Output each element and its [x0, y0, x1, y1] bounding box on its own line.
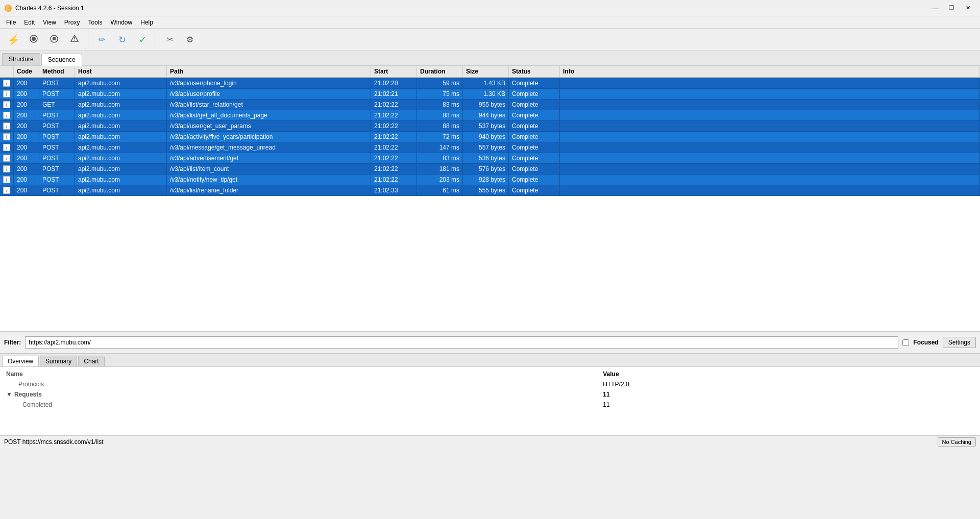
menu-file[interactable]: File: [2, 18, 20, 27]
menu-help[interactable]: Help: [136, 18, 157, 27]
tools-icon: ✂: [166, 35, 173, 44]
tools-button[interactable]: ✂: [160, 31, 179, 49]
row-icon-cell: i: [0, 110, 14, 121]
row-path: /v3/api/activity/five_years/participatio…: [167, 132, 371, 142]
header-path[interactable]: Path: [167, 66, 371, 78]
row-start: 21:02:22: [371, 121, 417, 132]
row-path: /v3/api/advertisement/get: [167, 153, 371, 164]
requests-expand-icon[interactable]: ▼: [6, 391, 12, 398]
bottom-tabs: Overview Summary Chart: [0, 354, 980, 367]
row-icon-cell: i: [0, 89, 14, 100]
requests-table: Code Method Host Path Start Duration Siz…: [0, 66, 980, 196]
bottom-content: Name Value Protocols HTTP/2.0 ▼Requests …: [0, 367, 980, 435]
stop-button[interactable]: [45, 31, 63, 49]
settings-button[interactable]: ⚙: [181, 31, 199, 49]
overview-completed-value: 11: [599, 400, 978, 410]
check-icon: ✓: [139, 34, 146, 45]
row-status: Complete: [509, 153, 560, 164]
row-host: api2.mubu.com: [75, 121, 167, 132]
focused-checkbox[interactable]: [902, 339, 909, 346]
row-start: 21:02:22: [371, 142, 417, 153]
window-controls: — ❐ ✕: [927, 3, 976, 13]
statusbar: POST https://mcs.snssdk.com/v1/list No C…: [0, 435, 980, 448]
tab-summary[interactable]: Summary: [40, 356, 77, 366]
svg-text:C: C: [6, 6, 10, 11]
row-type-icon: i: [3, 122, 10, 130]
row-size: 576 bytes: [463, 164, 509, 175]
refresh-button[interactable]: ↻: [113, 31, 131, 49]
row-info: [560, 175, 980, 185]
row-code: 200: [14, 142, 39, 153]
table-row[interactable]: i200POSTapi2.mubu.com/v3/api/list/get_al…: [0, 110, 980, 121]
menu-view[interactable]: View: [39, 18, 60, 27]
row-code: 200: [14, 132, 39, 142]
table-row[interactable]: i200POSTapi2.mubu.com/v3/api/list/rename…: [0, 185, 980, 196]
filter-input[interactable]: [25, 336, 898, 349]
row-size: 1.30 KB: [463, 89, 509, 100]
row-path: /v3/api/notify/new_tip/get: [167, 175, 371, 185]
table-row[interactable]: i200POSTapi2.mubu.com/v3/api/list/item_c…: [0, 164, 980, 175]
table-row[interactable]: i200POSTapi2.mubu.com/v3/api/message/get…: [0, 142, 980, 153]
close-button[interactable]: ✕: [960, 3, 976, 13]
menu-edit[interactable]: Edit: [20, 18, 39, 27]
app-icon: C: [4, 4, 12, 12]
maximize-button[interactable]: ❐: [943, 3, 960, 13]
header-start[interactable]: Start: [371, 66, 417, 78]
row-method: POST: [39, 175, 75, 185]
header-host[interactable]: Host: [75, 66, 167, 78]
settings-filter-button[interactable]: Settings: [943, 337, 976, 348]
row-size: 537 bytes: [463, 121, 509, 132]
row-info: [560, 78, 980, 89]
overview-row-protocols: Protocols HTTP/2.0: [2, 379, 978, 389]
menu-proxy[interactable]: Proxy: [60, 18, 84, 27]
table-row[interactable]: i200POSTapi2.mubu.com/v3/api/user/get_us…: [0, 121, 980, 132]
row-host: api2.mubu.com: [75, 100, 167, 110]
filter-bar: Filter: Focused Settings: [0, 331, 980, 354]
overview-protocols-value: HTTP/2.0: [599, 379, 978, 389]
row-code: 200: [14, 164, 39, 175]
tab-sequence[interactable]: Sequence: [41, 54, 82, 66]
table-row[interactable]: i200POSTapi2.mubu.com/v3/api/notify/new_…: [0, 175, 980, 185]
check-button[interactable]: ✓: [133, 31, 152, 49]
overview-requests-name: ▼Requests: [2, 389, 599, 400]
header-duration[interactable]: Duration: [417, 66, 463, 78]
row-info: [560, 100, 980, 110]
header-status[interactable]: Status: [509, 66, 560, 78]
svg-point-3: [32, 37, 36, 41]
table-row[interactable]: i200POSTapi2.mubu.com/v3/api/activity/fi…: [0, 132, 980, 142]
header-info[interactable]: Info: [560, 66, 980, 78]
header-method[interactable]: Method: [39, 66, 75, 78]
tab-overview[interactable]: Overview: [2, 356, 39, 366]
table-body: i200POSTapi2.mubu.com/v3/api/user/phone_…: [0, 78, 980, 196]
throttle-button[interactable]: [65, 31, 84, 49]
row-path: /v3/api/message/get_message_unread: [167, 142, 371, 153]
row-code: 200: [14, 89, 39, 100]
table-row[interactable]: i200POSTapi2.mubu.com/v3/api/user/phone_…: [0, 78, 980, 89]
menu-window[interactable]: Window: [107, 18, 137, 27]
requests-table-container[interactable]: Code Method Host Path Start Duration Siz…: [0, 66, 980, 331]
row-size: 955 bytes: [463, 100, 509, 110]
minimize-button[interactable]: —: [927, 3, 943, 13]
no-caching-button[interactable]: No Caching: [938, 437, 976, 447]
stop-icon: [50, 34, 59, 45]
tab-chart[interactable]: Chart: [78, 356, 104, 366]
tab-structure[interactable]: Structure: [2, 53, 40, 65]
pen-button[interactable]: ✏: [92, 31, 111, 49]
focused-label[interactable]: Focused: [913, 339, 938, 346]
overview-name-header: Name: [2, 369, 599, 379]
header-code[interactable]: Code: [14, 66, 39, 78]
row-duration: 75 ms: [417, 89, 463, 100]
record-icon: [29, 34, 38, 45]
record-button[interactable]: [24, 31, 43, 49]
table-row[interactable]: i200POSTapi2.mubu.com/v3/api/user/profil…: [0, 89, 980, 100]
table-row[interactable]: i200POSTapi2.mubu.com/v3/api/advertiseme…: [0, 153, 980, 164]
row-status: Complete: [509, 132, 560, 142]
row-path: /v3/api/user/profile: [167, 89, 371, 100]
toolbar-separator-2: [156, 33, 156, 47]
header-size[interactable]: Size: [463, 66, 509, 78]
table-row[interactable]: i200GETapi2.mubu.com/v3/api/list/star_re…: [0, 100, 980, 110]
menu-tools[interactable]: Tools: [84, 18, 107, 27]
row-start: 21:02:22: [371, 153, 417, 164]
row-icon-cell: i: [0, 175, 14, 185]
lightning-button[interactable]: ⚡: [4, 31, 22, 49]
